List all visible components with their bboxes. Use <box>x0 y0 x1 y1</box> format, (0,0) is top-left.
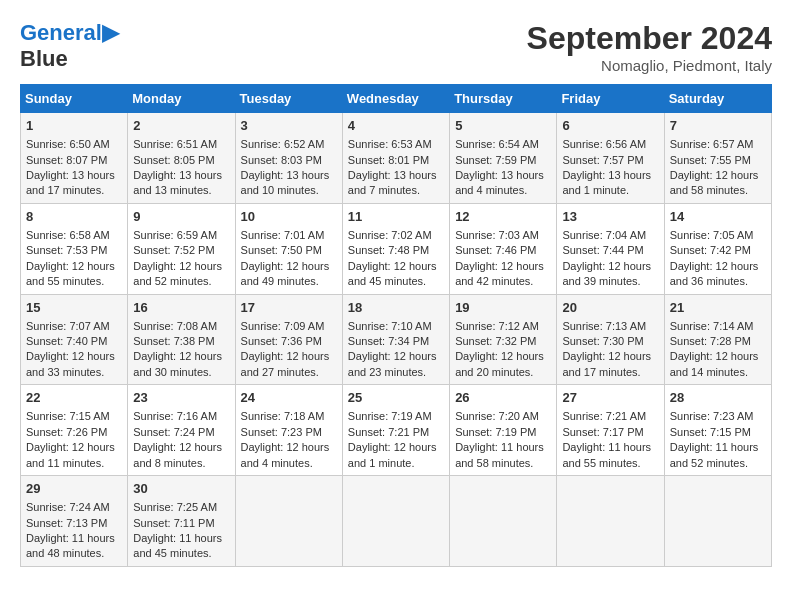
calendar-week-row: 22Sunrise: 7:15 AMSunset: 7:26 PMDayligh… <box>21 385 772 476</box>
day-number: 14 <box>670 208 766 226</box>
day-number: 19 <box>455 299 551 317</box>
daylight-text: Daylight: 12 hours and 27 minutes. <box>241 350 330 377</box>
sunset-text: Sunset: 8:03 PM <box>241 154 322 166</box>
day-number: 30 <box>133 480 229 498</box>
daylight-text: Daylight: 12 hours and 14 minutes. <box>670 350 759 377</box>
daylight-text: Daylight: 11 hours and 48 minutes. <box>26 532 115 559</box>
sunset-text: Sunset: 7:59 PM <box>455 154 536 166</box>
sunset-text: Sunset: 7:13 PM <box>26 517 107 529</box>
day-number: 7 <box>670 117 766 135</box>
daylight-text: Daylight: 11 hours and 52 minutes. <box>670 441 759 468</box>
calendar-cell: 22Sunrise: 7:15 AMSunset: 7:26 PMDayligh… <box>21 385 128 476</box>
calendar-week-row: 15Sunrise: 7:07 AMSunset: 7:40 PMDayligh… <box>21 294 772 385</box>
sunset-text: Sunset: 7:28 PM <box>670 335 751 347</box>
sunset-text: Sunset: 7:44 PM <box>562 244 643 256</box>
sunrise-text: Sunrise: 6:59 AM <box>133 229 217 241</box>
daylight-text: Daylight: 12 hours and 33 minutes. <box>26 350 115 377</box>
calendar-cell: 17Sunrise: 7:09 AMSunset: 7:36 PMDayligh… <box>235 294 342 385</box>
sunrise-text: Sunrise: 7:07 AM <box>26 320 110 332</box>
calendar-week-row: 29Sunrise: 7:24 AMSunset: 7:13 PMDayligh… <box>21 476 772 567</box>
day-of-week-header: Sunday <box>21 85 128 113</box>
calendar-cell: 26Sunrise: 7:20 AMSunset: 7:19 PMDayligh… <box>450 385 557 476</box>
calendar-body: 1Sunrise: 6:50 AMSunset: 8:07 PMDaylight… <box>21 113 772 567</box>
day-number: 20 <box>562 299 658 317</box>
sunset-text: Sunset: 7:17 PM <box>562 426 643 438</box>
sunrise-text: Sunrise: 6:51 AM <box>133 138 217 150</box>
daylight-text: Daylight: 12 hours and 52 minutes. <box>133 260 222 287</box>
day-number: 11 <box>348 208 444 226</box>
sunset-text: Sunset: 8:05 PM <box>133 154 214 166</box>
day-number: 4 <box>348 117 444 135</box>
calendar-cell: 9Sunrise: 6:59 AMSunset: 7:52 PMDaylight… <box>128 203 235 294</box>
calendar-cell: 4Sunrise: 6:53 AMSunset: 8:01 PMDaylight… <box>342 113 449 204</box>
calendar-cell: 15Sunrise: 7:07 AMSunset: 7:40 PMDayligh… <box>21 294 128 385</box>
month-title: September 2024 <box>527 20 772 57</box>
calendar-cell: 6Sunrise: 6:56 AMSunset: 7:57 PMDaylight… <box>557 113 664 204</box>
daylight-text: Daylight: 12 hours and 49 minutes. <box>241 260 330 287</box>
sunset-text: Sunset: 7:24 PM <box>133 426 214 438</box>
day-number: 23 <box>133 389 229 407</box>
daylight-text: Daylight: 12 hours and 8 minutes. <box>133 441 222 468</box>
calendar-cell: 19Sunrise: 7:12 AMSunset: 7:32 PMDayligh… <box>450 294 557 385</box>
sunrise-text: Sunrise: 7:10 AM <box>348 320 432 332</box>
calendar-cell <box>342 476 449 567</box>
daylight-text: Daylight: 12 hours and 23 minutes. <box>348 350 437 377</box>
calendar-cell: 2Sunrise: 6:51 AMSunset: 8:05 PMDaylight… <box>128 113 235 204</box>
sunset-text: Sunset: 7:55 PM <box>670 154 751 166</box>
day-number: 21 <box>670 299 766 317</box>
calendar-cell: 13Sunrise: 7:04 AMSunset: 7:44 PMDayligh… <box>557 203 664 294</box>
day-number: 13 <box>562 208 658 226</box>
calendar-week-row: 1Sunrise: 6:50 AMSunset: 8:07 PMDaylight… <box>21 113 772 204</box>
daylight-text: Daylight: 12 hours and 30 minutes. <box>133 350 222 377</box>
day-number: 18 <box>348 299 444 317</box>
logo-text: General▶ Blue <box>20 20 119 72</box>
daylight-text: Daylight: 12 hours and 20 minutes. <box>455 350 544 377</box>
sunrise-text: Sunrise: 7:19 AM <box>348 410 432 422</box>
day-number: 5 <box>455 117 551 135</box>
daylight-text: Daylight: 12 hours and 36 minutes. <box>670 260 759 287</box>
sunrise-text: Sunrise: 7:12 AM <box>455 320 539 332</box>
calendar-header-row: SundayMondayTuesdayWednesdayThursdayFrid… <box>21 85 772 113</box>
sunrise-text: Sunrise: 6:50 AM <box>26 138 110 150</box>
day-number: 6 <box>562 117 658 135</box>
calendar-cell: 12Sunrise: 7:03 AMSunset: 7:46 PMDayligh… <box>450 203 557 294</box>
sunset-text: Sunset: 7:23 PM <box>241 426 322 438</box>
sunset-text: Sunset: 7:46 PM <box>455 244 536 256</box>
day-number: 12 <box>455 208 551 226</box>
calendar-cell: 20Sunrise: 7:13 AMSunset: 7:30 PMDayligh… <box>557 294 664 385</box>
calendar-cell: 28Sunrise: 7:23 AMSunset: 7:15 PMDayligh… <box>664 385 771 476</box>
calendar-cell: 11Sunrise: 7:02 AMSunset: 7:48 PMDayligh… <box>342 203 449 294</box>
calendar-cell: 18Sunrise: 7:10 AMSunset: 7:34 PMDayligh… <box>342 294 449 385</box>
day-of-week-header: Friday <box>557 85 664 113</box>
sunrise-text: Sunrise: 6:57 AM <box>670 138 754 150</box>
sunrise-text: Sunrise: 6:52 AM <box>241 138 325 150</box>
calendar-cell: 8Sunrise: 6:58 AMSunset: 7:53 PMDaylight… <box>21 203 128 294</box>
daylight-text: Daylight: 13 hours and 7 minutes. <box>348 169 437 196</box>
day-number: 27 <box>562 389 658 407</box>
title-block: September 2024 Nomaglio, Piedmont, Italy <box>527 20 772 74</box>
sunrise-text: Sunrise: 7:18 AM <box>241 410 325 422</box>
daylight-text: Daylight: 12 hours and 17 minutes. <box>562 350 651 377</box>
calendar-cell: 3Sunrise: 6:52 AMSunset: 8:03 PMDaylight… <box>235 113 342 204</box>
calendar-cell: 30Sunrise: 7:25 AMSunset: 7:11 PMDayligh… <box>128 476 235 567</box>
calendar-cell: 29Sunrise: 7:24 AMSunset: 7:13 PMDayligh… <box>21 476 128 567</box>
day-number: 24 <box>241 389 337 407</box>
calendar-cell: 10Sunrise: 7:01 AMSunset: 7:50 PMDayligh… <box>235 203 342 294</box>
sunrise-text: Sunrise: 6:56 AM <box>562 138 646 150</box>
calendar-table: SundayMondayTuesdayWednesdayThursdayFrid… <box>20 84 772 567</box>
sunrise-text: Sunrise: 6:54 AM <box>455 138 539 150</box>
day-number: 16 <box>133 299 229 317</box>
daylight-text: Daylight: 13 hours and 10 minutes. <box>241 169 330 196</box>
calendar-cell <box>557 476 664 567</box>
daylight-text: Daylight: 13 hours and 4 minutes. <box>455 169 544 196</box>
day-number: 26 <box>455 389 551 407</box>
calendar-cell: 16Sunrise: 7:08 AMSunset: 7:38 PMDayligh… <box>128 294 235 385</box>
day-number: 3 <box>241 117 337 135</box>
daylight-text: Daylight: 11 hours and 58 minutes. <box>455 441 544 468</box>
calendar-cell <box>664 476 771 567</box>
sunrise-text: Sunrise: 7:02 AM <box>348 229 432 241</box>
sunset-text: Sunset: 7:40 PM <box>26 335 107 347</box>
day-number: 2 <box>133 117 229 135</box>
sunrise-text: Sunrise: 7:25 AM <box>133 501 217 513</box>
sunrise-text: Sunrise: 7:13 AM <box>562 320 646 332</box>
